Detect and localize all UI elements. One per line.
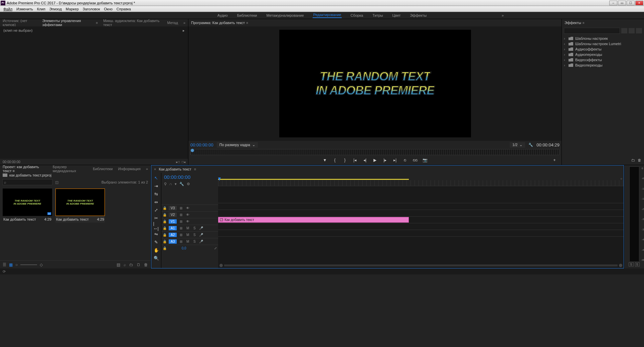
slide-tool[interactable]: ⇋ [153, 231, 159, 237]
minimize-button[interactable]: – [609, 1, 617, 5]
video-track-lane[interactable]: fx Как добавить текст [218, 216, 624, 223]
solo-left-button[interactable]: S [629, 262, 633, 266]
effects-node-video-transitions[interactable]: ›Видеопереходы [562, 63, 644, 68]
voice-over-icon[interactable]: 🎤 [199, 240, 203, 243]
lock-icon[interactable]: 🔒 [163, 240, 167, 243]
voice-over-icon[interactable]: 🎤 [199, 233, 203, 237]
timeline-wrench[interactable]: ⚙ [187, 182, 190, 187]
mute-button[interactable]: M [185, 226, 190, 230]
play-button[interactable]: ▶ [372, 158, 378, 162]
timeline-tab[interactable]: Как добавить текст [159, 167, 191, 171]
step-back-button[interactable]: ◂| [362, 158, 368, 162]
snap-toggle[interactable]: ⚲ [164, 182, 167, 187]
freeform-view-button[interactable]: ○ [15, 262, 18, 267]
timeline-ruler[interactable]: ○ [218, 173, 624, 186]
tab-source[interactable]: Источник: (нет клипов) [3, 19, 37, 27]
menu-sequence[interactable]: Эпизод [47, 7, 64, 11]
effects-node-lumetri[interactable]: ›Шаблоны настроек Lumetri [562, 41, 644, 46]
track-select-tool[interactable]: ⇥ [153, 183, 159, 189]
workspace-libraries[interactable]: Библиотеки [236, 13, 258, 17]
menu-help[interactable]: Справка [115, 7, 133, 11]
sort-button[interactable]: ◇ [40, 262, 43, 267]
effects-preset-icon2[interactable] [629, 28, 635, 33]
effects-preset-icon1[interactable] [621, 28, 627, 33]
tab-project[interactable]: Проект: как добавить текст ≡ [3, 165, 47, 173]
workspace-color[interactable]: Цвет [392, 13, 401, 17]
maximize-button[interactable]: ☐ [627, 1, 635, 5]
eye-icon[interactable]: 👁 [185, 220, 190, 223]
track-name[interactable]: V2 [169, 213, 177, 217]
button-editor-button[interactable]: + [551, 158, 557, 162]
mute-button[interactable]: M [185, 240, 190, 243]
project-search-input[interactable] [2, 179, 52, 185]
add-marker-button[interactable]: ▼ [322, 158, 328, 162]
video-track-lane[interactable] [218, 210, 624, 216]
sync-lock-icon[interactable]: ⊞ [179, 220, 183, 223]
timeline-tracks-area[interactable]: ○ fx Как добавить текст [218, 173, 624, 268]
workspace-titles[interactable]: Титры [372, 13, 383, 17]
solo-button[interactable]: S [192, 240, 197, 243]
workspace-overflow[interactable]: » [502, 13, 504, 17]
go-to-out-button[interactable]: ▸| [392, 158, 398, 162]
hand-tool[interactable]: ✋ [153, 247, 159, 253]
work-area-bar[interactable] [218, 179, 409, 180]
rate-stretch-tool[interactable]: ⤢ [153, 207, 159, 213]
linked-selection-toggle[interactable]: ∩ [169, 182, 172, 187]
project-thumbnail[interactable]: THE RANDOM TEXTIN ADOBE PREMIERE ▭ [3, 189, 52, 216]
restore-button[interactable]: ▭ [618, 1, 626, 5]
expand-arrow-icon[interactable]: ▸ [183, 28, 185, 33]
effects-node-presets[interactable]: ›Шаблоны настроек [562, 36, 644, 41]
workspace-metalogging[interactable]: Метажурналирование [266, 13, 304, 17]
find-icon[interactable]: ⌕ [124, 262, 126, 267]
export-frame-button[interactable]: 📷 [422, 158, 428, 162]
close-button[interactable]: ✕ [635, 1, 643, 5]
program-playhead[interactable] [191, 149, 194, 152]
lock-icon[interactable]: 🔒 [163, 206, 167, 210]
timeline-tab-close[interactable]: × [154, 167, 156, 171]
new-item-button[interactable]: 🗋 [137, 262, 141, 267]
program-ruler[interactable] [190, 149, 559, 155]
master-level[interactable]: 0,0 [182, 246, 186, 250]
sync-icon[interactable]: ⟳ [3, 269, 6, 274]
effects-search-input[interactable] [564, 28, 620, 34]
sync-lock-icon[interactable]: ⊞ [179, 206, 183, 210]
effects-node-video-effects[interactable]: ›Видеоэффекты [562, 57, 644, 63]
lift-button[interactable]: ⎋ [402, 158, 408, 162]
effects-preset-icon3[interactable] [636, 28, 642, 33]
solo-button[interactable]: S [192, 226, 197, 230]
mark-in-button[interactable]: { [332, 158, 338, 162]
sync-lock-icon[interactable]: ⊞ [179, 226, 183, 230]
expand-icon[interactable]: ⤢ [214, 246, 217, 250]
tab-metadata[interactable]: Метад [167, 21, 178, 25]
panel-menu-icon[interactable]: ≡ [194, 167, 196, 171]
track-name[interactable]: A1 [169, 226, 177, 230]
clear-button[interactable]: 🗑 [144, 262, 148, 267]
extract-button[interactable]: ⎋⎋ [412, 158, 418, 162]
workspace-effects[interactable]: Эффекты [409, 13, 427, 17]
panel-menu-icon[interactable]: ≡ [96, 21, 98, 25]
zoom-tool[interactable]: 🔍 [153, 255, 159, 261]
audio-meter[interactable]: 0-6-12-18-24-30-36-42-48dB [629, 166, 639, 262]
solo-button[interactable]: S [192, 233, 197, 237]
new-bin-icon[interactable]: 🗀 [631, 158, 635, 165]
video-track-lane[interactable] [218, 203, 624, 210]
menu-edit[interactable]: Изменить [14, 7, 35, 11]
menu-marker[interactable]: Маркер [64, 7, 81, 11]
timeline-timecode[interactable]: 00:00:00:00 [161, 173, 218, 181]
lock-icon[interactable]: 🔒 [163, 246, 167, 250]
new-bin-button[interactable]: 🗀 [129, 262, 133, 267]
lock-icon[interactable]: 🔒 [163, 226, 167, 230]
wrench-icon[interactable]: 🔧 [528, 143, 533, 147]
tab-effect-controls[interactable]: Элементы управления эффектами ≡ [42, 19, 98, 27]
eye-icon[interactable]: 👁 [185, 206, 190, 210]
track-name[interactable]: A2 [169, 233, 177, 237]
menu-window[interactable]: Окно [102, 7, 115, 11]
rolling-edit-tool[interactable]: ⇔ [153, 199, 159, 205]
program-viewer[interactable]: THE RANDOM TEXT IN ADOBE PREMIERE [188, 26, 561, 141]
list-view-button[interactable]: ☰ [3, 262, 6, 267]
track-name[interactable]: V3 [169, 206, 177, 210]
zoom-scroll-handle[interactable]: ○ [620, 177, 622, 181]
go-to-in-button[interactable]: |◂ [352, 158, 358, 162]
menu-title[interactable]: Заголовок [81, 7, 102, 11]
step-forward-button[interactable]: |▸ [382, 158, 388, 162]
